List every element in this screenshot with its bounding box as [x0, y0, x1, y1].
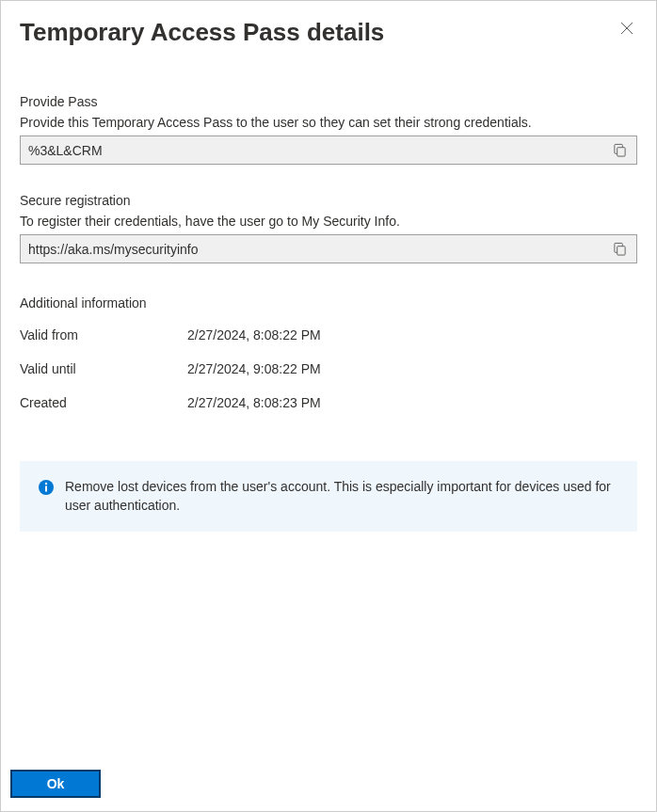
info-row-created: Created 2/27/2024, 8:08:23 PM	[20, 395, 637, 410]
url-value: https://aka.ms/mysecurityinfo	[28, 242, 611, 257]
pass-value: %3&L&CRM	[28, 143, 611, 158]
dialog-panel: Temporary Access Pass details Provide Pa…	[1, 1, 656, 756]
pass-field: %3&L&CRM	[20, 135, 637, 165]
info-key: Created	[20, 395, 187, 410]
info-key: Valid from	[20, 327, 187, 342]
svg-rect-5	[45, 486, 47, 492]
copy-icon	[613, 242, 627, 256]
additional-info-section: Additional information Valid from 2/27/2…	[20, 295, 637, 429]
svg-point-6	[45, 483, 47, 485]
info-val: 2/27/2024, 9:08:22 PM	[187, 361, 321, 376]
alert-text: Remove lost devices from the user's acco…	[65, 478, 618, 515]
close-icon	[620, 22, 633, 35]
svg-rect-2	[617, 148, 625, 156]
info-alert: Remove lost devices from the user's acco…	[20, 461, 637, 532]
info-val: 2/27/2024, 8:08:22 PM	[187, 327, 321, 342]
provide-pass-label: Provide Pass	[20, 94, 637, 109]
url-field: https://aka.ms/mysecurityinfo	[20, 234, 637, 263]
svg-rect-3	[617, 247, 625, 255]
info-row-valid-until: Valid until 2/27/2024, 9:08:22 PM	[20, 361, 637, 376]
additional-info-heading: Additional information	[20, 295, 637, 310]
footer: Ok	[1, 756, 656, 811]
info-key: Valid until	[20, 361, 187, 376]
header: Temporary Access Pass details	[20, 18, 637, 47]
secure-registration-section: Secure registration To register their cr…	[20, 193, 637, 292]
close-button[interactable]	[617, 18, 637, 39]
ok-button[interactable]: Ok	[10, 770, 101, 798]
info-val: 2/27/2024, 8:08:23 PM	[187, 395, 321, 410]
provide-pass-desc: Provide this Temporary Access Pass to th…	[20, 115, 637, 130]
info-row-valid-from: Valid from 2/27/2024, 8:08:22 PM	[20, 327, 637, 342]
copy-icon	[613, 143, 627, 157]
dialog-title: Temporary Access Pass details	[20, 18, 384, 47]
copy-pass-button[interactable]	[611, 141, 629, 159]
copy-url-button[interactable]	[611, 240, 629, 258]
secure-reg-desc: To register their credentials, have the …	[20, 214, 637, 229]
secure-reg-label: Secure registration	[20, 193, 637, 208]
provide-pass-section: Provide Pass Provide this Temporary Acce…	[20, 94, 637, 193]
info-icon	[39, 480, 54, 495]
